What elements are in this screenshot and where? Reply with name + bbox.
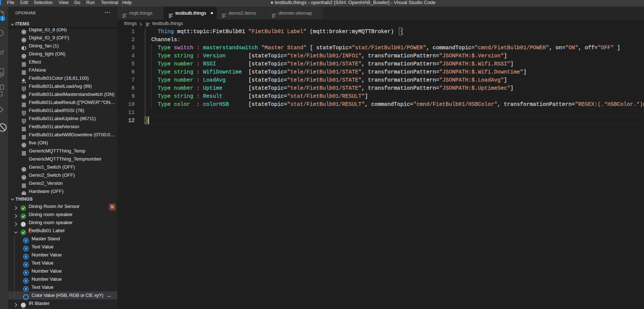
svg-text:1: 1 bbox=[1, 16, 4, 21]
